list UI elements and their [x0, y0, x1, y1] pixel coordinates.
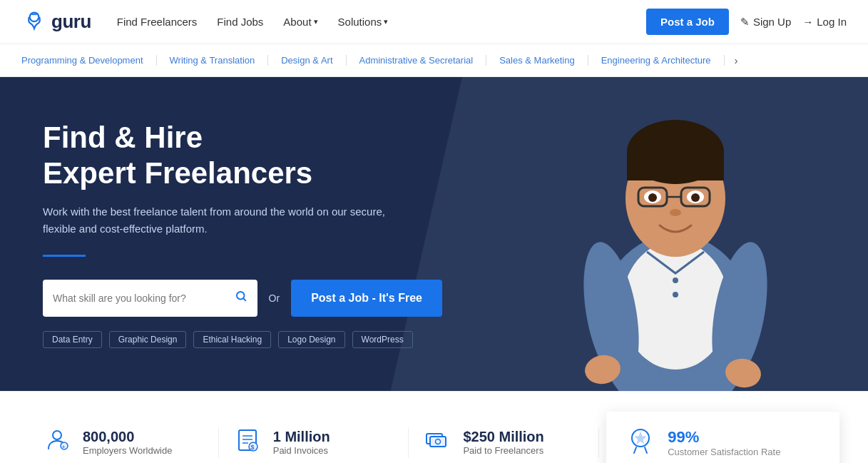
invoice-icon: $	[233, 427, 262, 458]
signup-icon: ✎	[740, 16, 750, 29]
search-button[interactable]	[235, 290, 247, 306]
stat-invoices-number: 1 Million	[273, 429, 330, 445]
category-bar: Programming & Development Writing & Tran…	[0, 44, 868, 77]
stat-employers-text: 800,000 Employers Worldwide	[83, 429, 172, 456]
stat-satisfaction: 99% Customer Satisfaction Rate	[606, 412, 839, 463]
svg-point-22	[237, 292, 245, 300]
stat-invoices: $ 1 Million Paid Invoices	[219, 427, 409, 458]
nav-about[interactable]: About	[283, 16, 317, 28]
stat-paid-number: $250 Million	[463, 429, 543, 445]
search-input[interactable]	[53, 292, 235, 304]
svg-point-16	[673, 278, 678, 283]
stat-satisfaction-label: Customer Satisfaction Rate	[668, 447, 780, 457]
svg-point-14	[691, 193, 700, 202]
tag-logo-design[interactable]: Logo Design	[278, 331, 344, 348]
hero-divider	[43, 255, 86, 257]
stat-invoices-label: Paid Invoices	[273, 445, 330, 456]
svg-line-23	[243, 299, 245, 301]
logo-text: guru	[51, 11, 91, 33]
signup-button[interactable]: ✎ Sign Up	[740, 16, 791, 29]
stat-paid: $250 Million Paid to Freelancers	[409, 427, 599, 458]
search-icon	[235, 290, 247, 302]
svg-rect-7	[627, 152, 724, 180]
stat-invoices-text: 1 Million Paid Invoices	[273, 429, 330, 456]
svg-marker-38	[635, 432, 646, 444]
search-box	[43, 280, 257, 317]
logo[interactable]: guru	[21, 9, 91, 35]
nav-find-jobs[interactable]: Find Jobs	[217, 16, 263, 28]
header-actions: Post a Job ✎ Sign Up → Log In	[646, 9, 847, 35]
svg-text:+: +	[62, 444, 65, 449]
stat-satisfaction-number: 99%	[668, 428, 780, 447]
svg-line-39	[634, 447, 636, 453]
hero-subtitle: Work with the best freelance talent from…	[43, 203, 385, 238]
cat-programming[interactable]: Programming & Development	[21, 55, 157, 66]
svg-point-13	[648, 193, 657, 202]
svg-rect-35	[430, 437, 446, 447]
tag-data-entry[interactable]: Data Entry	[43, 331, 102, 348]
post-job-hero-button[interactable]: Post a Job - It's Free	[291, 280, 442, 317]
money-icon	[423, 427, 451, 458]
stat-paid-text: $250 Million Paid to Freelancers	[463, 429, 543, 456]
stats-bar: + 800,000 Employers Worldwide $ 1 Millio…	[0, 391, 868, 463]
stat-employers-number: 800,000	[83, 429, 172, 445]
award-icon	[626, 426, 655, 459]
svg-text:$: $	[250, 443, 254, 450]
hero-content: Find & Hire Expert Freelancers Work with…	[0, 77, 485, 391]
hero-person-image	[540, 91, 811, 391]
cat-engineering[interactable]: Engineering & Architecture	[588, 55, 725, 66]
main-nav: Find Freelancers Find Jobs About Solutio…	[117, 16, 646, 28]
post-job-nav-button[interactable]: Post a Job	[646, 9, 729, 35]
login-button[interactable]: → Log In	[802, 16, 847, 28]
tag-ethical-hacking[interactable]: Ethical Hacking	[193, 331, 271, 348]
login-icon: →	[802, 16, 813, 28]
cat-admin[interactable]: Administrative & Secretarial	[347, 55, 487, 66]
tag-row: Data Entry Graphic Design Ethical Hackin…	[43, 331, 442, 348]
svg-point-24	[53, 431, 61, 439]
cat-design[interactable]: Design & Art	[268, 55, 346, 66]
person-icon: +	[43, 427, 71, 458]
stat-employers: + 800,000 Employers Worldwide	[29, 427, 219, 458]
cat-sales[interactable]: Sales & Marketing	[486, 55, 588, 66]
stat-satisfaction-text: 99% Customer Satisfaction Rate	[668, 428, 780, 457]
tag-wordpress[interactable]: WordPress	[352, 331, 413, 348]
stat-employers-label: Employers Worldwide	[83, 445, 172, 456]
svg-point-17	[673, 292, 678, 297]
nav-solutions[interactable]: Solutions	[338, 16, 389, 28]
tag-graphic-design[interactable]: Graphic Design	[109, 331, 187, 348]
categories-more-icon[interactable]: ›	[725, 54, 738, 66]
stat-paid-label: Paid to Freelancers	[463, 445, 543, 456]
svg-line-40	[645, 447, 647, 453]
main-header: guru Find Freelancers Find Jobs About So…	[0, 0, 868, 44]
search-row: Or Post a Job - It's Free	[43, 280, 442, 317]
svg-point-15	[670, 209, 681, 216]
cat-writing[interactable]: Writing & Translation	[157, 55, 269, 66]
or-text: Or	[269, 292, 280, 304]
nav-find-freelancers[interactable]: Find Freelancers	[117, 16, 198, 28]
hero-title: Find & Hire Expert Freelancers	[43, 120, 442, 192]
hero-section: Find & Hire Expert Freelancers Work with…	[0, 77, 868, 391]
